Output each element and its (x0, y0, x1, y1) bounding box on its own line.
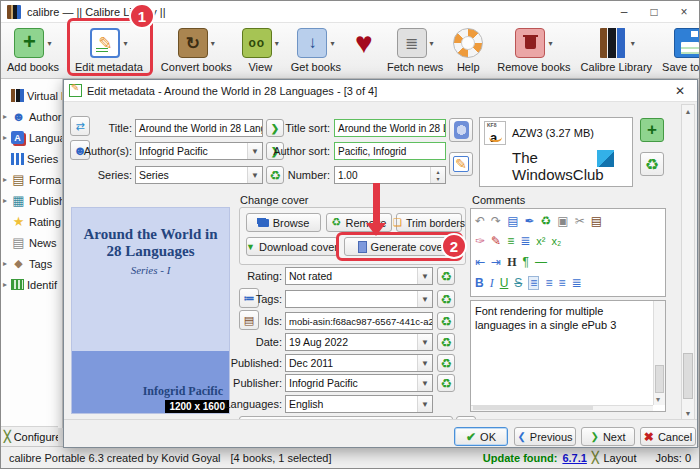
title-sort-input[interactable]: Around the World in 28 Lang (334, 119, 446, 137)
clear-date-button[interactable]: ♻ (437, 333, 455, 351)
sidebar-item-series[interactable]: Series (1, 148, 62, 169)
ordered-list-icon[interactable]: ≡ (507, 235, 514, 247)
expand-arrow-icon[interactable]: ▸ (3, 196, 11, 205)
sidebar-item-languages[interactable]: ▸A Langua (1, 127, 62, 148)
cover-browse-button[interactable] (449, 118, 473, 142)
view-dropdown-arrow[interactable]: ▾ (275, 39, 279, 48)
edit-metadata-button[interactable]: ▾ Edit metadata (75, 26, 143, 73)
title-input[interactable]: Around the World in 28 Languages (135, 119, 263, 137)
remove-books-button[interactable]: ▾ Remove books (497, 26, 570, 73)
style-brush-icon[interactable]: ✎ (491, 235, 501, 247)
author-sort-input[interactable]: Pacific, Infogrid (334, 142, 446, 160)
indent-less-icon[interactable]: ⇤ (475, 256, 485, 268)
help-button[interactable]: Help (453, 26, 483, 73)
superscript-icon[interactable]: x² (536, 236, 545, 247)
languages-combo[interactable]: English▼ (285, 395, 433, 413)
format-row-azw3[interactable]: KF8 a AZW3 (3.27 MB) (480, 118, 632, 148)
indent-more-icon[interactable]: ⇥ (491, 256, 501, 268)
chevron-down-icon[interactable]: ▼ (417, 291, 432, 307)
download-cover-button[interactable]: ▼ Download cover (246, 237, 338, 256)
get-books-button[interactable]: ▾ Get books (291, 26, 341, 73)
strikethrough-icon[interactable]: S (514, 277, 522, 289)
tags-combo[interactable]: ▼ (285, 290, 433, 308)
italic-icon[interactable]: I (490, 277, 494, 289)
dialog-scrollbar[interactable]: ▲ ▼ (681, 104, 695, 420)
scroll-up-arrow[interactable]: ▲ (682, 105, 694, 117)
fetch-news-dropdown-arrow[interactable]: ▾ (430, 39, 434, 48)
horizontal-rule-icon[interactable]: — (535, 256, 547, 268)
subscript-icon[interactable]: x₂ (551, 236, 561, 247)
convert-books-dropdown-arrow[interactable]: ▾ (211, 39, 215, 48)
foreground-color-icon[interactable]: ✒ (524, 215, 534, 227)
get-books-dropdown-arrow[interactable]: ▾ (330, 39, 334, 48)
chevron-down-icon[interactable]: ▼ (417, 355, 432, 371)
sidebar-item-rating[interactable]: Rating (1, 211, 62, 232)
chevron-down-icon[interactable]: ▼ (417, 268, 432, 284)
clear-ids-button[interactable]: ♻ (437, 312, 455, 330)
save-to-disk-button[interactable]: ▾ Save to disk (662, 26, 700, 73)
align-center-icon[interactable]: ≡ (545, 277, 552, 289)
background-color-icon[interactable]: ▤ (507, 215, 518, 227)
add-books-dropdown-arrow[interactable]: ▾ (47, 39, 51, 48)
sidebar-item-virtual-library[interactable]: Virtual libr (1, 85, 62, 106)
update-version-link[interactable]: 6.7.1 (562, 452, 586, 464)
edit-metadata-dropdown-arrow[interactable]: ▾ (123, 39, 127, 48)
expand-arrow-icon[interactable]: ▸ (3, 175, 11, 184)
smarten-punctuation-icon[interactable]: ✑ (475, 235, 485, 247)
align-right-icon[interactable]: ≡ (558, 277, 565, 289)
rating-combo[interactable]: Not rated▼ (285, 267, 433, 285)
published-combo[interactable]: Dec 2011▼ (285, 354, 433, 372)
chevron-down-icon[interactable]: ▼ (247, 143, 262, 159)
redo-icon[interactable]: ↷ (491, 215, 501, 227)
sidebar-item-formats[interactable]: ▸ Forma (1, 169, 62, 190)
sidebar-item-identifiers[interactable]: ▸ Identif (1, 274, 62, 295)
ids-input[interactable]: mobi-asin:f68ac987-6567-441c-a209-362 (285, 312, 433, 330)
special-character-icon[interactable]: ¶ (522, 256, 528, 268)
chevron-down-icon[interactable]: ▼ (417, 334, 432, 350)
clear-published-button[interactable]: ♻ (437, 354, 455, 372)
edit-comments-button[interactable]: ✎ (449, 152, 473, 176)
dialog-close-button[interactable]: ✕ (663, 80, 697, 101)
bold-icon[interactable]: B (475, 277, 484, 289)
comments-textarea[interactable]: Font rendering for multiple languages in… (470, 300, 666, 412)
browse-cover-button[interactable]: Browse (246, 213, 321, 232)
close-button[interactable]: × (669, 1, 699, 22)
series-combo[interactable]: Series▼ (135, 166, 263, 184)
minimize-button[interactable]: – (609, 1, 639, 22)
ok-button[interactable]: ✔ OK (454, 427, 508, 446)
cut-icon[interactable]: ✂ (575, 215, 585, 227)
maximize-button[interactable]: □ (639, 1, 669, 22)
expand-arrow-icon[interactable]: ▸ (3, 259, 11, 268)
remove-format-button[interactable]: ♻ (640, 152, 664, 176)
chevron-down-icon[interactable]: ▼ (247, 167, 262, 183)
next-button[interactable]: ❯ Next (581, 427, 635, 446)
copy-icon[interactable]: ▣ (557, 215, 568, 227)
trim-borders-button[interactable]: ❏ Trim borders (396, 213, 462, 232)
previous-button[interactable]: ❮ Previous (514, 427, 576, 446)
clear-rating-button[interactable]: ♻ (437, 267, 455, 285)
convert-books-button[interactable]: ▾ Convert books (161, 26, 232, 73)
chevron-down-icon[interactable]: ▼ (417, 375, 432, 391)
add-format-button[interactable]: + (640, 118, 664, 142)
remove-books-dropdown-arrow[interactable]: ▾ (548, 39, 552, 48)
donate-button[interactable] (349, 26, 379, 61)
sidebar-item-tags[interactable]: ▸ Tags (1, 253, 62, 274)
scrollbar-thumb[interactable] (683, 353, 693, 399)
fetch-news-button[interactable]: ▾ Fetch news (387, 26, 443, 73)
heading-icon[interactable]: H (507, 256, 516, 268)
chevron-down-icon[interactable]: ▼ (417, 396, 432, 412)
align-left-icon[interactable]: ≡ (528, 276, 539, 290)
clear-formatting-icon[interactable]: ♻ (541, 215, 552, 227)
comments-horizontal-scrollbar[interactable] (471, 405, 653, 411)
expand-arrow-icon[interactable]: ▸ (3, 280, 11, 289)
date-combo[interactable]: 19 Aug 2022▼ (285, 333, 433, 351)
expand-arrow-icon[interactable]: ▸ (3, 112, 11, 121)
spinner-arrows[interactable]: ▴▾ (430, 167, 445, 183)
add-books-button[interactable]: ▾ Add books (7, 26, 59, 73)
sidebar-item-news[interactable]: News (1, 232, 62, 253)
view-button[interactable]: ▾ View (242, 26, 279, 73)
layout-button[interactable]: Layout (604, 452, 637, 464)
authors-combo[interactable]: Infogrid Pacific▼ (135, 142, 263, 160)
sidebar-item-publisher[interactable]: ▸ Publish (1, 190, 62, 211)
unordered-list-icon[interactable]: ≣ (520, 235, 530, 247)
